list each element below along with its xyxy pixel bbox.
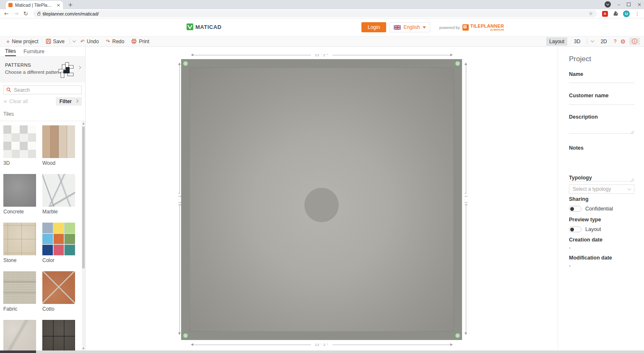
tab-tiles[interactable]: Tiles: [5, 47, 16, 56]
reload-button[interactable]: ↻: [23, 10, 28, 17]
language-selector[interactable]: English: [390, 22, 430, 32]
maximize-button[interactable]: [627, 3, 631, 6]
address-bar[interactable]: tileplanner.com/en/maticad/ ☆: [33, 10, 597, 17]
divider: [587, 39, 587, 44]
corner-handle-top-right[interactable]: [455, 61, 460, 66]
tile-item-cotto[interactable]: Cotto: [42, 271, 75, 312]
modification-date-value: -: [569, 263, 634, 269]
filter-button[interactable]: Filter: [56, 97, 82, 106]
browser-update-icon[interactable]: [605, 1, 611, 8]
sidebar-scrollbar[interactable]: ▲ ▼: [82, 121, 85, 353]
panel-title: Project: [569, 55, 591, 63]
undo-button[interactable]: ↶ Undo: [78, 38, 101, 45]
preview-type-toggle[interactable]: [569, 226, 582, 232]
description-field[interactable]: [569, 119, 634, 134]
view-3d-button[interactable]: 3D: [571, 37, 583, 46]
maticad-logo: MATICAD: [187, 23, 221, 30]
tile-thumbnail-3d[interactable]: [3, 125, 36, 158]
scroll-down-icon[interactable]: ▼: [82, 347, 85, 350]
corner-handle-bottom-left[interactable]: [183, 333, 188, 338]
tile-item-fabric[interactable]: Fabric: [3, 271, 36, 312]
name-field[interactable]: [569, 75, 634, 83]
notes-label: Notes: [569, 145, 584, 151]
save-dropdown-chevron-icon[interactable]: [73, 39, 76, 42]
info-icon: i: [632, 39, 637, 44]
tile-item-stone[interactable]: Stone: [3, 223, 36, 263]
tiles-sidebar: Tiles Furniture PATTERNS Choose a differ…: [0, 47, 86, 353]
tile-item-wood[interactable]: Wood: [42, 125, 75, 166]
tile-thumbnail[interactable]: [3, 320, 36, 353]
maticad-logo-icon: [187, 23, 193, 30]
extensions-icon[interactable]: [613, 10, 618, 18]
tile-thumbnail-wood[interactable]: [42, 125, 75, 158]
corner-handle-top-left[interactable]: [183, 61, 188, 66]
tile-item-color[interactable]: Color: [42, 223, 75, 263]
color-swatch: [65, 234, 75, 244]
view-layout-button[interactable]: Layout: [546, 37, 567, 46]
color-swatch: [54, 234, 64, 244]
resize-grip-icon[interactable]: [631, 130, 634, 134]
horizontal-scrollbar-thumb[interactable]: [0, 350, 36, 353]
tile-thumbnail-color[interactable]: [42, 223, 75, 255]
profile-avatar[interactable]: M: [623, 10, 630, 17]
tile-item-concrete[interactable]: Concrete: [3, 174, 36, 215]
tile-label: Marble: [42, 209, 75, 215]
tile-item[interactable]: [42, 320, 75, 353]
horizontal-scrollbar[interactable]: [0, 350, 644, 353]
room-walls[interactable]: [181, 59, 462, 340]
tile-item[interactable]: [3, 320, 36, 353]
redo-button[interactable]: ↷ Redo: [104, 38, 127, 45]
tile-thumbnail-fabric[interactable]: [3, 271, 36, 304]
tile-thumbnail-cotto[interactable]: [42, 271, 75, 304]
new-project-button[interactable]: + New project: [4, 38, 41, 45]
patterns-card[interactable]: PATTERNS Choose a different pattern: [0, 57, 85, 83]
color-swatch: [42, 245, 53, 255]
typology-select[interactable]: Select a typology: [569, 184, 634, 194]
tile-item-3d[interactable]: 3D: [3, 125, 36, 166]
search-input[interactable]: [14, 87, 79, 93]
forward-button[interactable]: →: [14, 10, 18, 17]
tile-thumbnail-marble[interactable]: [42, 174, 75, 207]
tile-thumbnail-stone[interactable]: [3, 223, 36, 255]
print-button[interactable]: Print: [129, 38, 151, 45]
pdf-extension-icon[interactable]: A: [602, 11, 608, 17]
browser-tab[interactable]: Maticad | TilePlanner ×: [6, 1, 63, 9]
corner-handle-bottom-right[interactable]: [455, 333, 460, 338]
favicon-icon: [8, 3, 13, 7]
settings-gear-icon[interactable]: ⚙: [620, 39, 626, 44]
powered-by-block: powered by TILEPLANNER by MATICAD: [439, 23, 504, 31]
tileplanner-sub-text: by MATICAD: [490, 29, 504, 31]
column-circle[interactable]: [304, 188, 339, 222]
room-floor[interactable]: [190, 67, 454, 332]
tile-item-marble[interactable]: Marble: [42, 174, 75, 215]
back-button[interactable]: ←: [4, 10, 9, 17]
close-window-button[interactable]: ×: [637, 2, 641, 7]
language-label: English: [403, 24, 420, 30]
clear-all-button[interactable]: ✕ Clear all: [3, 99, 28, 104]
view-2d-button[interactable]: 2D: [597, 37, 610, 46]
customer-name-field[interactable]: [569, 96, 634, 105]
scrollbar-thumb[interactable]: [82, 127, 85, 268]
login-button[interactable]: Login: [361, 22, 386, 32]
minimize-button[interactable]: –: [618, 2, 620, 7]
preview-type-value: Layout: [585, 226, 601, 232]
bookmark-star-icon[interactable]: ☆: [589, 11, 593, 16]
url-text[interactable]: tileplanner.com/en/maticad/: [43, 11, 99, 16]
browser-menu-icon[interactable]: ⋮: [635, 11, 640, 17]
tile-thumbnail-concrete[interactable]: [3, 174, 36, 207]
tile-search[interactable]: [3, 86, 82, 94]
tile-label: Fabric: [3, 306, 36, 312]
tile-thumbnail[interactable]: [42, 320, 75, 353]
new-tab-button[interactable]: +: [68, 1, 73, 8]
help-button[interactable]: ?: [614, 39, 617, 44]
redo-icon: ↷: [106, 39, 110, 44]
tab-furniture[interactable]: Furniture: [23, 47, 44, 56]
scroll-up-icon[interactable]: ▲: [82, 122, 85, 125]
info-button[interactable]: i: [629, 38, 640, 45]
tileplanner-logo: TILEPLANNER by MATICAD: [462, 23, 504, 31]
view-dropdown-chevron-icon[interactable]: [591, 39, 594, 42]
tab-close-icon[interactable]: ×: [57, 3, 60, 8]
floorplan-canvas[interactable]: 12 ' 2 " 12 ' 2 " 12 ' 2 " 12 ' 2 ": [86, 47, 558, 353]
save-button[interactable]: Save: [44, 38, 67, 45]
sharing-toggle[interactable]: [569, 206, 582, 212]
